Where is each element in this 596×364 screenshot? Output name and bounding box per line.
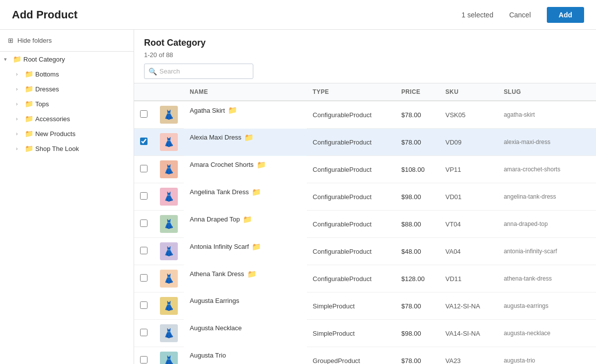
product-thumbnail: 👗 — [160, 270, 178, 288]
folders-icon: ⊞ — [8, 37, 13, 44]
row-name: Athena Tank Dress📁 — [184, 265, 307, 283]
row-checkbox[interactable] — [140, 356, 148, 364]
product-name: Augusta Trio — [190, 352, 226, 359]
chevron-icon: › — [16, 146, 23, 151]
sidebar-item-bottoms[interactable]: ›📁Bottoms — [0, 67, 134, 81]
row-price: $78.00 — [395, 292, 440, 320]
row-slug: alexia-maxi-dress — [498, 129, 596, 156]
category-folder-icon: 📁 — [252, 242, 261, 251]
sidebar-item-new-products[interactable]: ›📁New Products — [0, 126, 134, 141]
product-table: Name Type Price SKU Slug 👗Agatha Skirt📁C… — [134, 83, 596, 364]
search-input[interactable] — [144, 64, 253, 79]
folder-icon: 📁 — [13, 55, 21, 63]
sidebar-item-label: New Products — [35, 130, 75, 138]
row-name: Augusta Necklace — [184, 320, 307, 336]
pagination-text: of 88 — [159, 51, 173, 59]
category-tree: ▾📁Root Category›📁Bottoms›📁Dresses›📁Tops›… — [0, 52, 134, 156]
product-thumbnail: 👗 — [160, 297, 178, 315]
row-sku: VP11 — [440, 156, 498, 183]
pagination-info: 1-20 of 88 — [144, 51, 586, 59]
row-checkbox[interactable] — [140, 247, 148, 254]
row-checkbox-cell — [134, 101, 154, 129]
product-thumbnail: 👗 — [160, 242, 178, 260]
sidebar-item-root[interactable]: ▾📁Root Category — [0, 52, 134, 67]
row-price: $78.00 — [395, 101, 440, 129]
category-folder-icon: 📁 — [228, 106, 237, 115]
category-folder-icon: 📁 — [257, 160, 266, 169]
row-checkbox[interactable] — [140, 192, 148, 200]
sidebar-item-tops[interactable]: ›📁Tops — [0, 96, 134, 111]
sidebar-item-shop-the-look[interactable]: ›📁Shop The Look — [0, 141, 134, 156]
sidebar-item-label: Shop The Look — [35, 145, 79, 152]
table-row: 👗Augusta NecklaceSimpleProduct$98.00VA14… — [134, 320, 596, 347]
product-thumbnail: 👗 — [160, 324, 178, 342]
sidebar-item-label: Bottoms — [35, 71, 59, 78]
row-checkbox[interactable] — [140, 274, 148, 282]
product-thumbnail: 👗 — [160, 188, 178, 206]
row-checkbox[interactable] — [140, 165, 148, 172]
row-sku: VA12-SI-NA — [440, 292, 498, 320]
add-button[interactable]: Add — [547, 7, 584, 23]
product-name: Angelina Tank Dress — [190, 188, 249, 196]
chevron-icon: ▾ — [4, 56, 11, 63]
hide-folders-button[interactable]: ⊞ Hide folders — [0, 30, 134, 52]
chevron-icon: › — [16, 101, 23, 107]
sidebar-item-label: Dresses — [35, 85, 59, 93]
product-name: Agatha Skirt — [190, 107, 225, 114]
row-slug: agatha-skirt — [498, 101, 596, 129]
row-thumb-cell: 👗 — [154, 129, 184, 156]
row-checkbox-cell — [134, 292, 154, 320]
row-checkbox-cell — [134, 347, 154, 364]
table-row: 👗Amara Crochet Shorts📁ConfigurableProduc… — [134, 156, 596, 183]
category-folder-icon: 📁 — [252, 188, 261, 197]
sidebar-item-dresses[interactable]: ›📁Dresses — [0, 81, 134, 96]
product-thumbnail: 👗 — [160, 160, 178, 178]
row-checkbox[interactable] — [140, 219, 148, 227]
product-thumbnail: 👗 — [160, 352, 178, 364]
col-type: Type — [307, 83, 395, 101]
row-checkbox-cell — [134, 238, 154, 265]
row-checkbox[interactable] — [140, 110, 148, 118]
row-sku: VD11 — [440, 265, 498, 292]
sidebar: ⊞ Hide folders ▾📁Root Category›📁Bottoms›… — [0, 30, 134, 364]
selected-count: 1 selected — [461, 11, 493, 19]
col-name: Name — [184, 83, 307, 101]
row-checkbox-cell — [134, 211, 154, 238]
row-type: SimpleProduct — [307, 292, 395, 320]
row-checkbox-cell — [134, 156, 154, 183]
table-row: 👗Alexia Maxi Dress📁ConfigurableProduct$7… — [134, 129, 596, 156]
sidebar-item-label: Tops — [35, 100, 49, 108]
folder-icon: 📁 — [25, 100, 33, 108]
row-name: Antonia Infinity Scarf📁 — [184, 238, 307, 256]
row-type: SimpleProduct — [307, 320, 395, 347]
product-name: Alexia Maxi Dress — [190, 134, 241, 141]
cancel-button[interactable]: Cancel — [501, 7, 539, 23]
col-check — [134, 83, 154, 101]
row-thumb-cell: 👗 — [154, 156, 184, 183]
folder-icon: 📁 — [25, 70, 33, 78]
folder-icon: 📁 — [25, 115, 33, 123]
row-sku: VA14-SI-NA — [440, 320, 498, 347]
col-thumb — [154, 83, 184, 101]
row-thumb-cell: 👗 — [154, 211, 184, 238]
row-checkbox-cell — [134, 129, 154, 156]
row-thumb-cell: 👗 — [154, 183, 184, 211]
chevron-icon: › — [16, 86, 23, 92]
row-thumb-cell: 👗 — [154, 238, 184, 265]
folder-icon: 📁 — [25, 130, 33, 138]
row-sku: VSK05 — [440, 101, 498, 129]
category-folder-icon: 📁 — [247, 270, 257, 279]
col-slug: Slug — [498, 83, 596, 101]
product-thumbnail: 👗 — [160, 133, 178, 151]
row-checkbox[interactable] — [140, 301, 148, 309]
row-slug: augusta-earrings — [498, 292, 596, 320]
row-price: $98.00 — [395, 320, 440, 347]
row-checkbox[interactable] — [140, 138, 148, 145]
col-sku: SKU — [440, 83, 498, 101]
header-actions: 1 selected Cancel Add — [461, 7, 584, 23]
table-row: 👗Anna Draped Top📁ConfigurableProduct$88.… — [134, 211, 596, 238]
row-checkbox[interactable] — [140, 329, 148, 336]
sidebar-item-accessories[interactable]: ›📁Accessories — [0, 111, 134, 126]
main-header: Root Category 1-20 of 88 🔍 — [134, 30, 596, 83]
chevron-icon: › — [16, 116, 23, 122]
